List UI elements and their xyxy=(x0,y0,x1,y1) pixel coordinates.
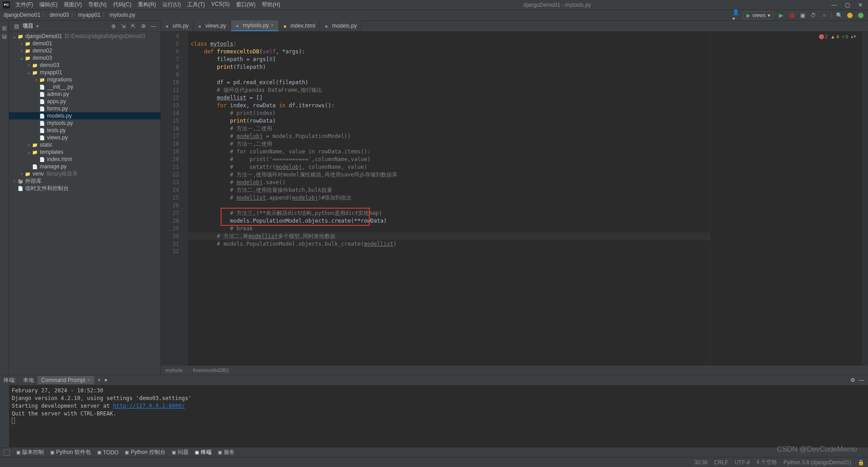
bottom-tool-button[interactable]: ▣ 问题 xyxy=(172,448,189,456)
caret-position[interactable]: 30:36 xyxy=(694,459,708,466)
breadcrumb-segment[interactable]: djangoDemo01 xyxy=(4,12,40,18)
close-icon[interactable]: ✕ xyxy=(858,2,863,8)
tree-label: forms.py xyxy=(47,105,68,112)
tree-row[interactable]: ⌄📁djangoDemo01D:\Desktop\digital\djangoD… xyxy=(9,33,160,40)
tree-row[interactable]: 📄临时文件和控制台 xyxy=(9,185,160,192)
expand-icon[interactable]: ⇲ xyxy=(120,23,127,30)
plugin-icon[interactable] xyxy=(857,12,864,19)
inspection-widget[interactable]: ⬤ 2 ▲ 4 ≈ 9 ▴▾ xyxy=(819,33,856,39)
tree-row[interactable]: ⌄📁templates xyxy=(9,148,160,156)
fold-icon: 📁 xyxy=(32,142,38,148)
tree-row[interactable]: ›📁demo01 xyxy=(9,40,160,47)
fold-gutter[interactable] xyxy=(182,32,188,366)
tool-window-icon[interactable] xyxy=(4,449,10,456)
tree-row[interactable]: 📄views.py xyxy=(9,134,160,141)
file-encoding[interactable]: UTF-8 xyxy=(735,459,750,466)
editor-crumb[interactable]: fromexceltoDB() xyxy=(193,367,229,373)
editor-crumb[interactable]: mytools xyxy=(165,367,183,373)
bottom-tool-button[interactable]: ▣ 终端 xyxy=(195,448,212,456)
tree-row[interactable]: 📄__init__.py xyxy=(9,83,160,91)
breadcrumb-segment[interactable]: demo03 xyxy=(49,12,69,18)
tree-row[interactable]: ›📁migrations xyxy=(9,76,160,83)
python-interpreter[interactable]: Python 3.8 (djangoDemo01) xyxy=(783,459,851,466)
tree-row[interactable]: 📄tests.py xyxy=(9,127,160,134)
menu-item[interactable]: 帮助(H) xyxy=(259,0,283,10)
tree-row[interactable]: 📄mytools.py xyxy=(9,119,160,127)
run-config-selector[interactable]: ▶ views ▾ xyxy=(743,11,774,19)
tree-row[interactable]: ›📁static xyxy=(9,141,160,148)
menu-item[interactable]: VCS(S) xyxy=(208,0,232,10)
bottom-tool-button[interactable]: ▣ Python 控制台 xyxy=(125,448,165,456)
locate-icon[interactable]: ⊕ xyxy=(110,23,117,30)
bottom-tool-button[interactable]: ▣ TODO xyxy=(97,449,118,456)
project-tree[interactable]: ⌄📁djangoDemo01D:\Desktop\digital\djangoD… xyxy=(9,32,160,375)
editor-tab[interactable]: ●index.html xyxy=(279,20,321,31)
menu-item[interactable]: 重构(R) xyxy=(135,0,159,10)
coverage-icon[interactable]: ▣ xyxy=(799,12,806,19)
line-separator[interactable]: CRLF xyxy=(714,459,728,466)
hide-icon[interactable]: — xyxy=(150,23,157,30)
search-icon[interactable]: 🔍 xyxy=(835,12,843,19)
editor-tab[interactable]: ●views.py xyxy=(193,20,231,31)
user-icon[interactable]: 👤▾ xyxy=(732,12,740,19)
breadcrumb-segment[interactable]: myapp01 xyxy=(78,12,100,18)
terminal-tab[interactable]: 本地 xyxy=(19,376,38,384)
bottom-tool-button[interactable]: ▣ 服务 xyxy=(218,448,235,456)
tree-row[interactable]: ⌄📁demo03 xyxy=(9,54,160,62)
terminal-output[interactable]: February 27, 2024 - 10:52:30Django versi… xyxy=(9,385,868,447)
line-number-gutter: 4567891011121314151617181920212223242526… xyxy=(161,32,182,366)
bottom-tool-button[interactable]: ▣ Python 软件包 xyxy=(50,448,91,456)
terminal-dropdown-icon[interactable]: ▾ xyxy=(104,377,107,383)
menu-item[interactable]: 窗口(W) xyxy=(233,0,258,10)
breadcrumb-segment[interactable]: mytools.py xyxy=(109,12,135,18)
run-icon[interactable]: ▶ xyxy=(777,12,784,19)
bottom-tool-button[interactable]: ▣ 版本控制 xyxy=(16,448,44,456)
dj-icon: 📁 xyxy=(17,33,24,39)
indent-setting[interactable]: 4 个空格 xyxy=(756,458,777,466)
terminal-settings-icon[interactable]: ⚙ xyxy=(850,377,855,383)
terminal-tab-close-icon[interactable]: × xyxy=(87,377,90,383)
menu-item[interactable]: 视图(V) xyxy=(61,0,85,10)
tree-row[interactable]: ›📁demo02 xyxy=(9,47,160,54)
readonly-lock-icon[interactable]: 🔒 xyxy=(858,459,864,466)
overview-ruler[interactable] xyxy=(862,32,868,366)
collapse-icon[interactable]: ⇱ xyxy=(130,23,137,30)
terminal-tab[interactable]: Command Prompt× xyxy=(38,376,94,384)
code-pane[interactable]: class mytools: def fromexceltoDB(self, *… xyxy=(188,32,710,366)
settings-icon[interactable]: ⚙ xyxy=(140,23,147,30)
menu-item[interactable]: 导航(N) xyxy=(85,0,109,10)
minimize-icon[interactable]: — xyxy=(831,2,837,8)
menu-item[interactable]: 代码(C) xyxy=(110,0,134,10)
menu-item[interactable]: 文件(F) xyxy=(13,0,36,10)
menu-item[interactable]: 工具(T) xyxy=(184,0,208,10)
menu-item[interactable]: 运行(U) xyxy=(160,0,184,10)
editor-tab[interactable]: ●models.py xyxy=(320,20,362,31)
editor-breadcrumbs[interactable]: mytools 〉 fromexceltoDB() xyxy=(161,366,868,375)
editor-tab[interactable]: ●urls.py xyxy=(161,20,193,31)
terminal-new-tab[interactable]: + xyxy=(98,377,101,383)
editor-right-blank xyxy=(710,32,862,366)
tree-row[interactable]: 📄models.py xyxy=(9,112,160,119)
debug-icon[interactable]: 🐞 xyxy=(788,12,795,19)
editor[interactable]: ⬤ 2 ▲ 4 ≈ 9 ▴▾ 4567891011121314151617181… xyxy=(161,32,868,366)
tab-close-icon[interactable]: × xyxy=(271,22,274,29)
tree-row[interactable]: 📄manage.py xyxy=(9,163,160,170)
editor-tab[interactable]: ●mytools.py × xyxy=(231,20,278,31)
terminal-hide-icon[interactable]: — xyxy=(859,377,864,383)
tree-row[interactable]: ›📚外部库 xyxy=(9,177,160,185)
fold-icon: 📁 xyxy=(24,55,31,61)
tree-row[interactable]: 📄admin.py xyxy=(9,91,160,98)
menu-item[interactable]: 编辑(E) xyxy=(37,0,60,10)
tree-row[interactable]: 📄index.html xyxy=(9,156,160,163)
profile-icon[interactable]: ⏱ xyxy=(810,12,817,19)
ai-icon[interactable] xyxy=(846,12,854,19)
tree-row[interactable]: 📄apps.py xyxy=(9,98,160,105)
tree-row[interactable]: 📄forms.py xyxy=(9,105,160,112)
stop-icon[interactable]: ■ xyxy=(821,12,828,19)
breadcrumbs: djangoDemo01〉demo03〉myapp01〉mytools.py xyxy=(4,11,136,19)
tree-row[interactable]: ›📁demo03 xyxy=(9,62,160,69)
terminal-panel: 终端: 本地Command Prompt× + ▾ ⚙ — February 2… xyxy=(0,375,868,447)
maximize-icon[interactable]: ▢ xyxy=(845,2,850,8)
tree-row[interactable]: ⌄📁myapp01 xyxy=(9,69,160,76)
tree-row[interactable]: ›📁venvlibrary根目录 xyxy=(9,170,160,177)
